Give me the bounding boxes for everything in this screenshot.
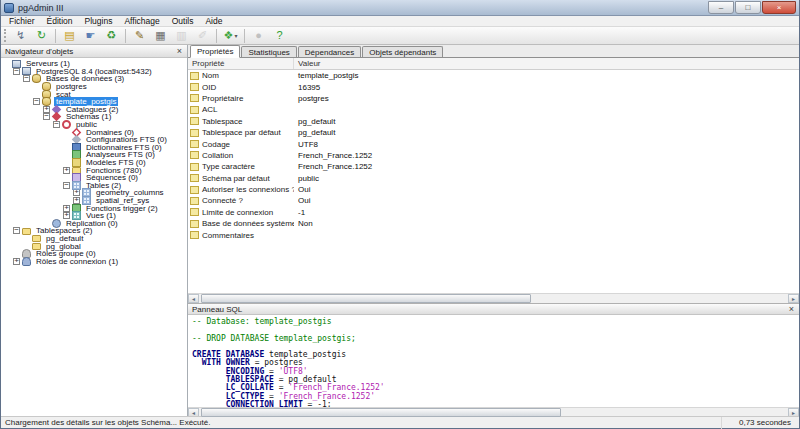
help-button[interactable]: ? [269, 28, 290, 44]
sql-scroll-thumb[interactable] [201, 408, 561, 417]
collapse-minus-icon[interactable]: − [63, 182, 70, 189]
cyl-icon [42, 97, 51, 106]
properties-scroll-track[interactable] [199, 294, 788, 303]
scroll-left-icon[interactable]: ◄ [188, 294, 199, 303]
folder-icon [32, 235, 41, 242]
property-row[interactable]: OID16395 [188, 81, 799, 92]
property-row[interactable]: Commentaires [188, 229, 799, 240]
property-row[interactable]: Propriétairepostgres [188, 93, 799, 104]
property-name-cell: Connecté ? [188, 196, 294, 205]
properties-tabs: PropriétésStatistiquesDépendancesObjets … [188, 45, 799, 58]
collapse-minus-icon[interactable]: − [13, 227, 20, 234]
menu-item-fichier[interactable]: Fichier [3, 16, 41, 27]
tab-statistiques[interactable]: Statistiques [241, 46, 296, 57]
property-row[interactable]: Type caractèreFrench_France.1252 [188, 161, 799, 172]
property-row[interactable]: Limite de connexion-1 [188, 207, 799, 218]
property-icon [190, 197, 199, 205]
column-header-valeur[interactable]: Valeur [294, 58, 799, 69]
circ-red-icon [62, 120, 71, 129]
tab-dependances[interactable]: Dépendances [298, 46, 361, 57]
property-icon [190, 129, 199, 137]
minimize-button[interactable]: – [708, 1, 734, 14]
maximize-button[interactable]: □ [735, 1, 761, 14]
sql-token [192, 400, 226, 407]
properties-scroll-thumb[interactable] [201, 294, 531, 303]
tree-item-roles-connexion[interactable]: +Rôles de connexion (1) [1, 257, 187, 265]
title-bar: pgAdmin III – □ × [1, 0, 799, 16]
scroll-right-icon[interactable]: ► [788, 294, 799, 303]
property-row[interactable]: Schéma par défautpublic [188, 173, 799, 184]
view-data-button[interactable]: ▦ [150, 28, 171, 44]
menu-item-plugins[interactable]: Plugins [79, 16, 119, 27]
menu-item-affichage[interactable]: Affichage [118, 16, 165, 27]
refresh-button[interactable]: ↻ [31, 28, 52, 44]
sql-panel-close-icon[interactable]: × [788, 305, 795, 313]
property-name-cell: Collation [188, 151, 294, 160]
collapse-minus-icon[interactable]: − [33, 98, 40, 105]
property-row[interactable]: Nomtemplate_postgis [188, 70, 799, 81]
toolbar-separator [125, 29, 126, 43]
dropdown-arrow-icon[interactable]: ▾ [234, 32, 237, 39]
add-server-connection-button[interactable]: ↯ [10, 28, 31, 44]
property-value-cell: pg_default [294, 117, 799, 126]
property-row[interactable]: Tablespacepg_default [188, 116, 799, 127]
drop-object-button[interactable]: ♻ [101, 28, 122, 44]
property-name-cell: Type caractère [188, 162, 294, 171]
toolbar-grip-icon[interactable] [4, 29, 7, 42]
grid-icon [82, 196, 91, 205]
property-value-cell: 16395 [294, 83, 799, 92]
menu-item-aide[interactable]: Aide [199, 16, 228, 27]
tree-item-tablespaces[interactable]: −Tablespaces (2) [1, 227, 187, 235]
menu-item-outils[interactable]: Outils [166, 16, 200, 27]
property-name: Commentaires [202, 231, 254, 240]
app-icon [4, 3, 14, 13]
sql-token: = -1; [303, 400, 332, 407]
grid-cyan-icon [72, 211, 81, 220]
properties-hscrollbar[interactable]: ◄ ► [188, 293, 799, 303]
property-name-cell: Base de données système ? [188, 219, 294, 228]
rect-yellow-icon [72, 158, 81, 167]
tree-item-bases-de-donnees[interactable]: −Bases de données (3) [1, 75, 187, 83]
tree-item-ts-pg-default[interactable]: pg_default [1, 235, 187, 243]
property-row[interactable]: Autoriser les connexions ?Oui [188, 184, 799, 195]
menu-item-edition[interactable]: Édition [41, 16, 79, 27]
object-browser-header: Navigateur d'objets × [1, 45, 187, 58]
tab-proprietes[interactable]: Propriétés [190, 45, 240, 58]
help-question-icon: ? [276, 30, 282, 41]
status-message: Chargement des détails sur les objets Sc… [1, 418, 721, 427]
expand-plus-icon[interactable]: + [63, 167, 70, 174]
property-row[interactable]: CollationFrench_France.1252 [188, 150, 799, 161]
collapse-minus-icon[interactable]: − [53, 121, 60, 128]
property-row[interactable]: Base de données système ?Non [188, 218, 799, 229]
collapse-minus-icon[interactable]: − [43, 113, 50, 120]
expand-plus-icon[interactable]: + [13, 258, 20, 265]
filtered-table-icon: ▥ [176, 30, 186, 41]
properties-button[interactable]: ▤ [59, 28, 80, 44]
property-row[interactable]: Connecté ?Oui [188, 195, 799, 206]
property-name: Limite de connexion [202, 208, 273, 217]
close-button[interactable]: × [762, 1, 796, 14]
property-row[interactable]: ACL [188, 104, 799, 115]
property-name: Nom [202, 71, 219, 80]
property-value-cell: Oui [294, 185, 799, 194]
debug-pen-icon: ✐ [198, 30, 207, 41]
sql-scroll-track[interactable] [199, 408, 788, 417]
property-name-cell: ACL [188, 105, 294, 114]
object-browser-close-icon[interactable]: × [176, 47, 183, 55]
property-row[interactable]: Tablespace par défautpg_default [188, 127, 799, 138]
collapse-minus-icon[interactable]: − [23, 75, 30, 82]
plugins-button[interactable]: ❖▾ [220, 28, 241, 44]
tab-objets-dependants[interactable]: Objets dépendants [362, 46, 443, 57]
property-value-cell: pg_default [294, 128, 799, 137]
property-name: Tablespace par défaut [202, 128, 281, 137]
sql-hscrollbar[interactable]: ◄ ► [188, 407, 799, 417]
collapse-minus-icon[interactable]: − [13, 68, 20, 75]
create-object-button[interactable]: ☛ [80, 28, 101, 44]
query-tool-button[interactable]: ✎ [129, 28, 150, 44]
property-row[interactable]: CodageUTF8 [188, 138, 799, 149]
sql-panel-header: Panneau SQL × [188, 303, 799, 315]
sql-line: -- Database: template_postgis [192, 318, 799, 326]
data-table-icon: ▦ [155, 30, 165, 41]
tree-item-db-postgres[interactable]: postgres [1, 83, 187, 91]
column-header-propriete[interactable]: Propriété [188, 58, 294, 69]
